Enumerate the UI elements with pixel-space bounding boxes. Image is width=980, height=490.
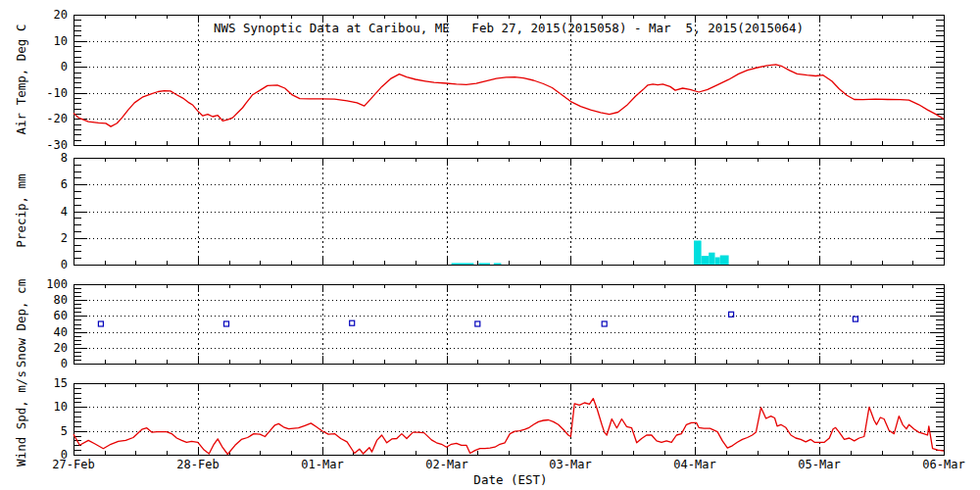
y-tick-label: 60: [54, 309, 68, 322]
precip-bar: [479, 263, 490, 265]
y-tick-label: 0: [61, 357, 68, 370]
x-tick-label: 03-Mar: [549, 458, 591, 471]
precip-bar: [702, 256, 710, 265]
y-tick-label: 4: [61, 205, 68, 219]
y-tick-label: 10: [54, 34, 68, 48]
series-air_temperature_deg_c: [74, 65, 944, 126]
x-tick-label: 02-Mar: [425, 458, 467, 471]
y-tick-label: -20: [46, 112, 68, 125]
precip-bar: [452, 263, 474, 265]
precip-bar: [715, 258, 720, 266]
snow-depth-marker: [475, 321, 480, 326]
x-axis-label: Date (EST): [473, 473, 547, 486]
y-tick-label: 5: [61, 424, 68, 438]
x-tick-label: 05-Mar: [798, 458, 840, 471]
precip-bar: [720, 256, 729, 266]
y-axis-label-precip: Precip, mm: [15, 173, 27, 247]
y-tick-label: 80: [54, 293, 68, 307]
y-tick-label: 10: [54, 400, 68, 414]
panel-snow-depth: 020406080100: [46, 277, 944, 370]
x-tick-label: 04-Mar: [673, 458, 715, 471]
x-tick-label: 06-Mar: [922, 458, 964, 471]
plot-canvas: -30-20-10010200246802040608010005101527-…: [0, 0, 980, 490]
snow-depth-marker: [224, 321, 229, 326]
y-tick-label: 100: [46, 277, 68, 291]
y-tick-label: 6: [61, 177, 68, 191]
synoptic-chart-figure: -30-20-10010200246802040608010005101527-…: [0, 0, 980, 490]
snow-depth-marker: [98, 321, 103, 326]
y-axis-label-snow-depth: Snow Dep, cm: [15, 279, 27, 368]
y-tick-label: 20: [54, 8, 68, 22]
y-tick-label: 40: [54, 325, 68, 339]
y-tick-label: 8: [61, 151, 68, 165]
y-tick-label: 15: [54, 376, 68, 390]
x-tick-label: 01-Mar: [301, 458, 343, 471]
y-axis-label-wind-speed: Wind Spd, m/s: [15, 370, 27, 466]
panel-wind-speed: 051015: [54, 376, 944, 462]
snow-depth-marker: [602, 321, 607, 326]
y-tick-label: 2: [61, 231, 68, 245]
x-tick-label: 28-Feb: [176, 458, 219, 471]
precip-bar: [709, 253, 714, 265]
snow-depth-marker: [350, 320, 355, 325]
precip-bar: [494, 263, 502, 265]
x-axis-tick-labels: 27-Feb28-Feb01-Mar02-Mar03-Mar04-Mar05-M…: [52, 458, 964, 471]
y-tick-label: 20: [54, 341, 68, 355]
y-tick-label: 0: [61, 60, 68, 74]
snow-depth-marker: [853, 317, 858, 321]
y-tick-label: 0: [61, 258, 68, 271]
y-axis-label-air-temp: Air Temp, Deg C: [15, 24, 27, 135]
x-tick-label: 27-Feb: [52, 458, 94, 471]
precip-bar: [694, 241, 702, 266]
chart-title: NWS Synoptic Data at Caribou, ME Feb 27,…: [214, 22, 804, 34]
y-tick-label: -30: [46, 138, 68, 152]
snow-depth-marker: [729, 312, 734, 317]
panel-precip: 02468: [61, 151, 944, 271]
y-tick-label: -10: [46, 86, 68, 100]
